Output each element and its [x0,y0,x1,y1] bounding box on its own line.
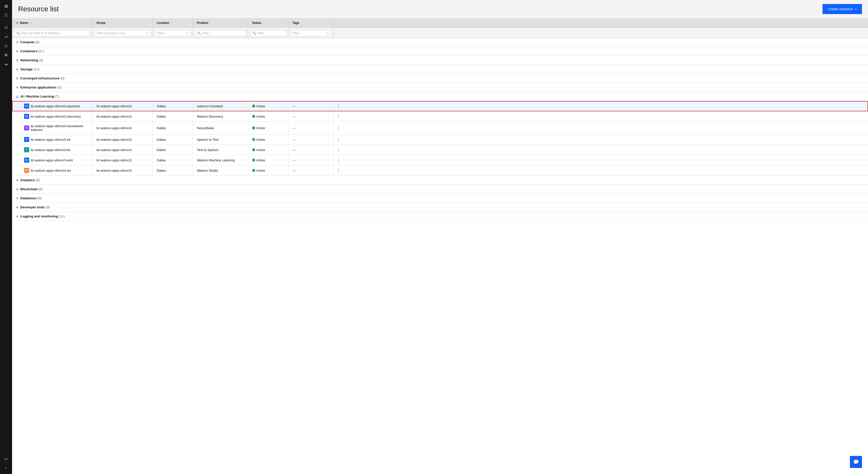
name-filter-input[interactable] [21,31,88,35]
add-icon[interactable]: + [2,464,10,472]
th-group: Group [92,18,153,28]
networking-chevron-icon: ∨ [16,59,18,62]
stt-location: Dallas [153,135,193,145]
category-storage[interactable]: ∨ Storage (1+) [12,65,868,74]
group-chevron-icon: ∨ [146,31,148,35]
category-containers[interactable]: ∨ Containers (2+) [12,47,868,56]
ws-product: Watson Studio [193,166,248,175]
assistant-tags: — [288,101,334,111]
logging-spacer [92,212,868,221]
create-resource-button[interactable]: Create resource + [823,4,862,14]
neuralseek-actions[interactable]: ⋮ [334,122,344,134]
category-ai-ml[interactable]: △ AI / Machine Learning (7) [12,92,868,101]
analytics-spacer [92,176,868,184]
sort-icon[interactable]: ↑ [30,21,32,24]
status-search-icon: 🔍 [252,31,256,35]
swap-icon[interactable]: ⇄ [2,32,10,40]
resource-name-discovery: W itz-watson-apps-vibrnci3-discovery [12,111,92,121]
resource-row-stt[interactable]: S itz-watson-apps-vibrnci3-stt itz-watso… [12,135,868,145]
resource-row-ws[interactable]: W itz-watson-apps-vibrnci3-ws itz-watson… [12,166,868,176]
menu-icon[interactable]: ☰ [2,11,10,19]
compute-chevron-icon: ∨ [16,40,18,44]
stt-overflow-icon[interactable]: ⋮ [337,137,341,142]
ws-tags: — [288,166,334,175]
grid-icon[interactable]: ⊞ [2,2,10,10]
category-converged[interactable]: ∨ Converged infrastructure (0) [12,74,868,83]
wml-group: itz-watson-apps-vibrnci3 [92,155,153,165]
discovery-actions[interactable]: ⋮ [334,111,344,121]
cloud-icon[interactable]: ☁ [2,60,10,68]
resource-row-tts[interactable]: T itz-watson-apps-vibrnci3-tts itz-watso… [12,145,868,155]
ws-actions[interactable]: ⋮ [334,166,344,175]
assistant-actions[interactable]: ⋮ [334,101,344,111]
tags-filter-select[interactable]: Filter... ∨ [290,30,331,36]
status-filter-input[interactable] [257,31,284,35]
discovery-status: Active [248,111,288,121]
status-filter-cell: 🔍 [248,28,288,38]
category-networking-cell: ∨ Networking (0) [12,56,92,65]
wml-location: Dallas [153,155,193,165]
assistant-status-active: Active [252,104,265,108]
target-icon[interactable]: ◎ [2,41,10,50]
containers-chevron-icon: ∨ [16,50,18,53]
resource-row-wml[interactable]: W itz-watson-apps-vibrnci3-wml itz-watso… [12,155,868,166]
group-filter-cell: Filter by group or org... ∨ [92,28,153,38]
assistant-overflow-icon[interactable]: ⋮ [337,104,341,109]
category-logging[interactable]: ∨ Logging and monitoring (1+) [12,212,868,221]
category-devtools-cell: ∨ Developer tools (0) [12,203,92,212]
location-filter-select[interactable]: Filter... ∨ [155,30,191,36]
category-compute[interactable]: ∨ Compute (0) [12,38,868,47]
resource-row-assistant[interactable]: W itz-watson-apps-vibrnci3-assistant itz… [12,101,868,111]
wml-actions[interactable]: ⋮ [334,155,344,165]
wml-status-label: Active [256,158,265,162]
logging-label: Logging and monitoring (1+) [20,214,65,218]
apps-icon[interactable]: ⊟ [2,23,10,31]
location-filter-label: Filter... [157,31,166,35]
logging-chevron-icon: ∨ [16,215,18,218]
discovery-location: Dallas [153,111,193,121]
tts-overflow-icon[interactable]: ⋮ [337,148,341,152]
collapse-all-icon[interactable]: ∨ [16,21,18,25]
status-label: Status [252,21,261,25]
containers-label: Containers (2+) [20,49,44,53]
neuralseek-overflow-icon[interactable]: ⋮ [337,126,341,130]
th-name[interactable]: ∨ Name ↑ [12,18,92,28]
category-blockchain[interactable]: ∨ Blockchain (0) [12,185,868,194]
enterprise-spacer [92,83,868,92]
create-plus-icon: + [855,7,857,11]
main-content: Resource list Create resource + ∨ Name ↑… [12,0,868,474]
stt-actions[interactable]: ⋮ [334,135,344,145]
resource-name-wml: W itz-watson-apps-vibrnci3-wml [12,155,92,165]
tts-product: Text to Speech [193,145,248,155]
chat-button[interactable]: 💬 [850,456,862,468]
category-analytics-cell: ∨ Analytics (0) [12,176,92,184]
location-chevron-icon: ∨ [186,31,188,35]
wml-overflow-icon[interactable]: ⋮ [337,158,341,162]
product-filter-input[interactable] [202,31,244,35]
category-databases[interactable]: ∨ Databases (0) [12,194,868,203]
ws-overflow-icon[interactable]: ⋮ [337,168,341,173]
vm-label[interactable]: vm [2,455,10,463]
category-enterprise[interactable]: ∨ Enterprise applications (0) [12,83,868,92]
resource-row-discovery[interactable]: W itz-watson-apps-vibrnci3-discovery itz… [12,111,868,122]
category-networking[interactable]: ∨ Networking (0) [12,56,868,65]
tts-actions[interactable]: ⋮ [334,145,344,155]
aiml-chevron-icon: △ [16,95,18,98]
category-analytics[interactable]: ∨ Analytics (0) [12,176,868,185]
discovery-overflow-icon[interactable]: ⋮ [337,114,341,119]
stt-status: Active [248,135,288,145]
category-devtools[interactable]: ∨ Developer tools (0) [12,203,868,212]
assistant-location: Dallas [153,101,193,111]
storage-spacer [92,65,868,73]
devtools-label: Developer tools (0) [20,205,50,209]
group-filter-select[interactable]: Filter by group or org... ∨ [94,30,150,36]
discovery-name-text: itz-watson-apps-vibrnci3-discovery [31,115,81,118]
resource-row-neuralseek[interactable]: N itz-watson-apps-vibrnci3-neuralseek-wa… [12,122,868,135]
globe-icon[interactable]: ◉ [2,51,10,59]
name-filter-wrap: 🔍 [14,30,90,36]
product-label: Product [197,21,208,25]
blockchain-chevron-icon: ∨ [16,187,18,191]
wml-name-text: itz-watson-apps-vibrnci3-wml [31,158,73,162]
tags-filter-label: Filter... [292,31,302,35]
stt-name-text: itz-watson-apps-vibrnci3-stt [31,138,70,142]
